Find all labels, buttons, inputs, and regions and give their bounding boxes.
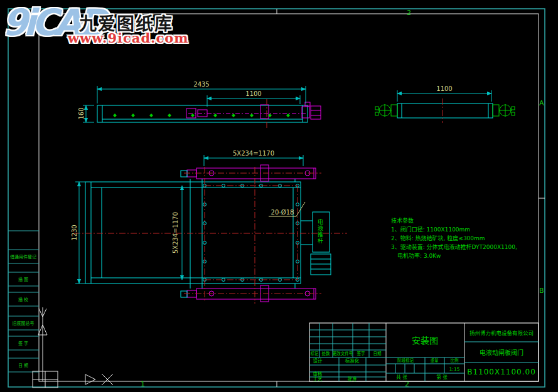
role-process: 工艺 [313,376,323,382]
scale-header: 比例 [451,358,459,363]
dim-rail-spacing: 5X234=1170 [233,150,274,157]
role-approve: 批准 [348,376,357,382]
drawing-number: B1100X1100.00 [467,368,536,376]
company-name: 扬州博力机电设备有限公司 [469,330,534,336]
centerlines [74,98,443,304]
dim-height: 160 [78,107,85,119]
rev-header-date: 日期 [373,351,382,356]
drawing-title: 安装图 [412,336,438,346]
dim-actuator-length: 1100 [245,90,261,97]
watermark-logo: 9iCAD 九爱图纸库 www.9icad.com [0,0,195,56]
zone-top: 2 [407,9,411,17]
stage-header: 阶段标记 [397,358,414,363]
strip-label-trace: 描 图 [18,277,28,282]
notes-line-1: 1、阀门口径: 1100X1100mm [391,226,470,233]
rev-header-docno: 更改文件号 [333,351,353,356]
strip-label-old-no: 旧底图总号 [13,320,35,326]
fold-marks [33,307,113,388]
hole-callout: 20-Ø18 [271,209,294,216]
actuator-label: 电液推杆 [316,219,325,244]
role-standardization: 标准化 [345,358,360,364]
end-view-wheels [375,104,515,117]
site-url: www.9icad.com [68,30,188,46]
zone-bottom-1: 1 [141,380,145,388]
side-view-actuator [186,102,321,119]
plan-view-actuator [301,212,331,275]
rev-header-count: 处数 [322,351,331,356]
strip-label-date: 日 期 [18,363,28,368]
weight-header: 重量 [431,358,439,363]
end-view-body [397,103,493,118]
sheet-page: 第 张 [436,374,448,380]
cad-drawing: 2 A B 1 2 借通用件登记 描 图 描 校 旧底图总号 签 字 日 期 [0,0,558,392]
strip-label-trace-check: 描 校 [18,297,28,302]
sheet-total: 共 张 [396,374,407,380]
zone-b: B [539,287,544,295]
scale-value: 1:15 [449,366,460,372]
cad-sheet: 2 A B 1 2 借通用件登记 描 图 描 校 旧底图总号 签 字 日 期 [0,0,558,392]
strip-label-sign: 签 字 [18,341,28,346]
zone-a: A [539,99,544,107]
plan-view-bolt-holes [203,184,299,282]
role-design: 设计 [313,358,323,364]
strip-label-borrow: 借通用件登记 [10,254,36,260]
notes-line-2: 2、物料: 热烧结矿块, 粒度≤300mm [391,235,485,241]
dim-frame-height: 1230 [71,225,78,240]
dim-bolt-spacing: 5X234=1170 [172,212,179,253]
product-name: 电液动闸板阀门 [480,349,523,356]
rev-header-mark: 标记 [311,351,319,356]
notes-line-4: 电机功率: 3.0Kw [397,252,441,259]
dim-overall-length: 2435 [193,81,209,88]
dim-end-width: 1100 [436,85,452,92]
notes-title: 技术参数 [391,217,414,224]
notes-line-3: 3、驱动装置: 分体式电液动推杆DYT2000X1100, [391,243,517,250]
rev-header-sign: 签字 [357,351,366,356]
